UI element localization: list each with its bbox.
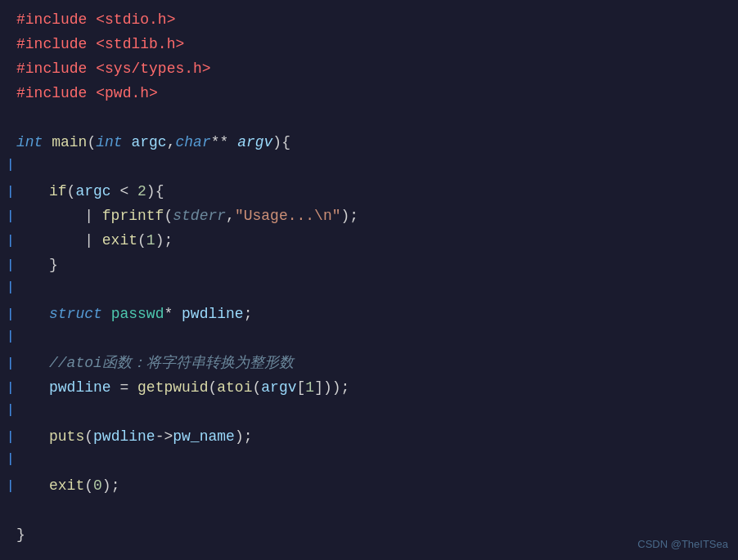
token: | <box>49 208 102 224</box>
token: ** <box>211 134 237 150</box>
line-indicator: | <box>7 354 13 375</box>
token: //atoi函数：将字符串转换为整形数 <box>49 355 294 371</box>
line-indicator: | <box>7 256 13 277</box>
token: ){ <box>272 134 290 150</box>
code-line: #include <stdlib.h> <box>0 33 738 57</box>
token: 0 <box>93 477 102 494</box>
token <box>87 36 96 52</box>
indent <box>16 229 49 253</box>
line-indicator: | <box>7 477 13 498</box>
indent <box>16 204 49 228</box>
line-text: int main(int argc,char** argv){ <box>16 131 738 155</box>
code-line: | <box>0 327 738 352</box>
token <box>87 60 96 77</box>
token: pwdline <box>93 428 155 445</box>
token: struct <box>49 306 102 322</box>
token: main <box>52 134 87 150</box>
code-line: int main(int argc,char** argv){ <box>0 131 738 155</box>
token: exit <box>49 477 84 494</box>
code-line: | if(argc < 2){ <box>0 180 738 204</box>
line-indicator: | <box>7 231 13 253</box>
code-line: | <box>0 155 738 180</box>
code-line: | <box>0 450 738 474</box>
line-text: #include <pwd.h> <box>16 82 738 105</box>
code-content: #include <stdio.h>#include <stdlib.h>#in… <box>0 8 738 548</box>
token: #include <box>16 60 87 77</box>
token: | <box>49 232 102 249</box>
token: } <box>49 257 58 273</box>
token <box>102 306 111 322</box>
token: ( <box>137 232 146 249</box>
line-indicator: | <box>7 155 13 177</box>
code-line: #include <stdio.h> <box>0 8 738 33</box>
line-indicator: | <box>7 401 13 422</box>
code-line: } <box>0 523 738 548</box>
code-line <box>0 106 738 131</box>
code-line: | | fprintf(stderr,"Usage...\n"); <box>0 204 738 229</box>
line-indicator: | <box>7 327 13 348</box>
line-text: | fprintf(stderr,"Usage...\n"); <box>16 204 738 228</box>
token: getpwuid <box>137 379 208 396</box>
line-text: exit(0); <box>16 474 738 498</box>
line-text: puts(pwdline->pw_name); <box>16 425 738 449</box>
code-line: #include <sys/types.h> <box>0 57 738 82</box>
token: pwdline <box>49 379 111 396</box>
token: exit <box>102 232 137 249</box>
token: ){ <box>146 183 164 199</box>
code-line <box>0 499 738 523</box>
token <box>87 85 96 101</box>
token: 2 <box>137 183 146 199</box>
code-line: | struct passwd* pwdline; <box>0 302 738 327</box>
token: ( <box>87 134 96 150</box>
token <box>43 134 52 150</box>
token: ])); <box>314 379 349 396</box>
token: ( <box>84 477 93 494</box>
token: atoi <box>217 379 252 396</box>
line-text: if(argc < 2){ <box>16 180 738 204</box>
token: ); <box>341 208 359 224</box>
indent <box>16 425 49 449</box>
token: pw_name <box>173 428 235 445</box>
line-indicator: | <box>7 379 13 400</box>
token: ( <box>67 183 76 199</box>
token: ( <box>252 379 261 396</box>
token: #include <box>16 36 87 52</box>
line-text: #include <sys/types.h> <box>16 57 738 81</box>
token: 1 <box>146 232 155 249</box>
line-indicator: | <box>7 207 13 228</box>
token: 1 <box>305 379 314 396</box>
token: ( <box>164 208 173 224</box>
watermark: CSDN @TheITSea <box>637 538 728 550</box>
code-line: | //atoi函数：将字符串转换为整形数 <box>0 352 738 376</box>
token: if <box>49 183 67 199</box>
token: "Usage...\n" <box>235 208 341 224</box>
code-line: | | exit(1); <box>0 229 738 253</box>
token: int <box>16 134 43 150</box>
token: puts <box>49 428 84 445</box>
code-line: #include <pwd.h> <box>0 82 738 106</box>
token: pwdline <box>182 306 244 322</box>
token: < <box>111 183 137 199</box>
line-indicator: | <box>7 450 13 471</box>
line-text: struct passwd* pwdline; <box>16 302 738 326</box>
token: -> <box>155 428 173 445</box>
token: stderr <box>173 208 226 224</box>
indent <box>16 352 49 375</box>
token: <sys/types.h> <box>96 60 210 77</box>
token: #include <box>16 85 87 101</box>
line-text: #include <stdlib.h> <box>16 33 738 56</box>
indent <box>16 474 49 498</box>
token: argc <box>131 134 166 150</box>
token: * <box>164 306 182 322</box>
indent <box>16 180 49 204</box>
token: ); <box>155 232 173 249</box>
indent <box>16 253 49 277</box>
code-line: | pwdline = getpwuid(atoi(argv[1])); <box>0 376 738 401</box>
code-line: | <box>0 401 738 425</box>
token: int <box>96 134 122 150</box>
line-indicator: | <box>7 305 13 326</box>
token: <pwd.h> <box>96 85 158 101</box>
token: ( <box>84 428 93 445</box>
token: ; <box>244 306 253 322</box>
token: = <box>111 379 137 396</box>
